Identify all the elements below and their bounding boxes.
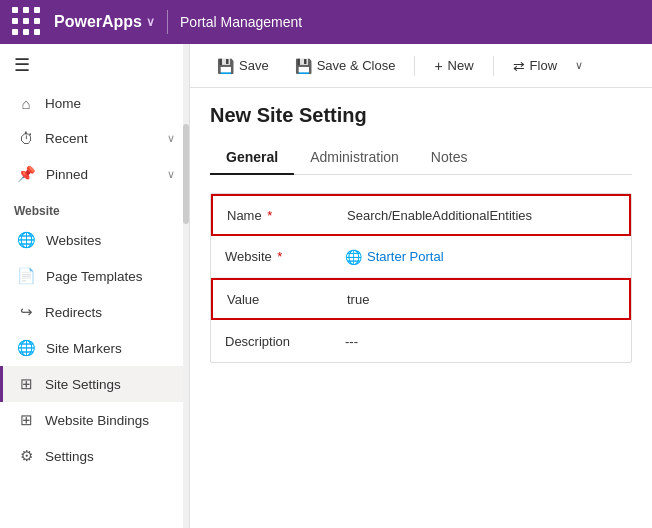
flow-icon: ⇄ bbox=[513, 58, 525, 74]
tab-general[interactable]: General bbox=[210, 141, 294, 175]
field-value-value bbox=[347, 292, 615, 307]
sidebar-item-site-markers[interactable]: 🌐 Site Markers bbox=[0, 330, 189, 366]
field-label-value: Value bbox=[227, 292, 347, 307]
site-settings-icon: ⊞ bbox=[17, 375, 35, 393]
page-content: New Site Setting General Administration … bbox=[190, 88, 652, 528]
form-row-description: Description --- bbox=[211, 320, 631, 362]
required-indicator: * bbox=[267, 208, 272, 223]
cmd-divider-2 bbox=[493, 56, 494, 76]
sidebar-item-label: Settings bbox=[45, 449, 175, 464]
sidebar-section-website: Website bbox=[0, 192, 189, 222]
sidebar-item-label: Page Templates bbox=[46, 269, 175, 284]
pin-icon: 📌 bbox=[17, 165, 36, 183]
sidebar-scrollbar bbox=[183, 44, 189, 528]
recent-icon: ⏱ bbox=[17, 130, 35, 147]
field-value-name bbox=[347, 208, 615, 223]
globe-icon: 🌐 bbox=[345, 249, 362, 265]
sidebar-item-site-settings[interactable]: ⊞ Site Settings bbox=[0, 366, 189, 402]
cmd-divider bbox=[414, 56, 415, 76]
globe-icon: 🌐 bbox=[17, 231, 36, 249]
sidebar-item-page-templates[interactable]: 📄 Page Templates bbox=[0, 258, 189, 294]
sidebar-item-settings[interactable]: ⚙ Settings bbox=[0, 438, 189, 474]
flow-button[interactable]: ⇄ Flow bbox=[502, 52, 568, 80]
form-row-website: Website * 🌐 Starter Portal bbox=[211, 236, 631, 278]
sidebar-item-websites[interactable]: 🌐 Websites bbox=[0, 222, 189, 258]
name-input[interactable] bbox=[347, 208, 615, 223]
field-label-website: Website * bbox=[225, 249, 345, 264]
website-bindings-icon: ⊞ bbox=[17, 411, 35, 429]
settings-icon: ⚙ bbox=[17, 447, 35, 465]
required-indicator: * bbox=[277, 249, 282, 264]
new-button[interactable]: + New bbox=[423, 52, 484, 80]
topbar-divider bbox=[167, 10, 168, 34]
sidebar-item-pinned[interactable]: 📌 Pinned ∨ bbox=[0, 156, 189, 192]
form-section: Name * Website * 🌐 Starter Porta bbox=[210, 193, 632, 363]
field-label-description: Description bbox=[225, 334, 345, 349]
page-title: New Site Setting bbox=[210, 104, 632, 127]
chevron-down-icon: ∨ bbox=[167, 168, 175, 181]
sidebar-item-label: Redirects bbox=[45, 305, 175, 320]
save-button[interactable]: 💾 Save bbox=[206, 52, 280, 80]
value-input[interactable] bbox=[347, 292, 407, 307]
app-chevron-icon[interactable]: ∨ bbox=[146, 15, 155, 29]
save-close-button[interactable]: 💾 Save & Close bbox=[284, 52, 407, 80]
tab-administration[interactable]: Administration bbox=[294, 141, 415, 175]
chevron-down-icon: ∨ bbox=[167, 132, 175, 145]
sidebar-item-website-bindings[interactable]: ⊞ Website Bindings bbox=[0, 402, 189, 438]
sidebar-nav: ⌂ Home ⏱ Recent ∨ 📌 Pinned ∨ Website 🌐 W… bbox=[0, 86, 189, 528]
sidebar-item-label: Websites bbox=[46, 233, 175, 248]
sidebar: ☰ ⌂ Home ⏱ Recent ∨ 📌 Pinned ∨ Website 🌐… bbox=[0, 44, 190, 528]
sidebar-item-redirects[interactable]: ↪ Redirects bbox=[0, 294, 189, 330]
main-layout: ☰ ⌂ Home ⏱ Recent ∨ 📌 Pinned ∨ Website 🌐… bbox=[0, 44, 652, 528]
sidebar-item-label: Pinned bbox=[46, 167, 157, 182]
tab-bar: General Administration Notes bbox=[210, 141, 632, 175]
sidebar-item-label: Recent bbox=[45, 131, 157, 146]
apps-grid-icon[interactable] bbox=[12, 7, 42, 37]
command-bar: 💾 Save 💾 Save & Close + New ⇄ Flow ∨ bbox=[190, 44, 652, 88]
content-area: 💾 Save 💾 Save & Close + New ⇄ Flow ∨ bbox=[190, 44, 652, 528]
sidebar-item-home[interactable]: ⌂ Home bbox=[0, 86, 189, 121]
field-value-description: --- bbox=[345, 334, 617, 349]
app-name[interactable]: PowerApps ∨ bbox=[54, 13, 155, 31]
topbar: PowerApps ∨ Portal Management bbox=[0, 0, 652, 44]
save-icon: 💾 bbox=[217, 58, 234, 74]
page-template-icon: 📄 bbox=[17, 267, 36, 285]
flow-dropdown-button[interactable]: ∨ bbox=[568, 53, 590, 78]
field-label-name: Name * bbox=[227, 208, 347, 223]
save-close-icon: 💾 bbox=[295, 58, 312, 74]
sidebar-item-label: Website Bindings bbox=[45, 413, 175, 428]
site-marker-icon: 🌐 bbox=[17, 339, 36, 357]
tab-notes[interactable]: Notes bbox=[415, 141, 484, 175]
sidebar-scrollbar-thumb bbox=[183, 124, 189, 224]
sidebar-item-recent[interactable]: ⏱ Recent ∨ bbox=[0, 121, 189, 156]
sidebar-item-label: Site Markers bbox=[46, 341, 175, 356]
redirect-icon: ↪ bbox=[17, 303, 35, 321]
sidebar-item-label: Site Settings bbox=[45, 377, 175, 392]
portal-title: Portal Management bbox=[180, 14, 302, 30]
form-row-value: Value bbox=[211, 278, 631, 320]
sidebar-toggle-button[interactable]: ☰ bbox=[0, 44, 189, 86]
sidebar-item-label: Home bbox=[45, 96, 175, 111]
field-value-website[interactable]: 🌐 Starter Portal bbox=[345, 249, 617, 265]
home-icon: ⌂ bbox=[17, 95, 35, 112]
form-row-name: Name * bbox=[211, 194, 631, 236]
add-icon: + bbox=[434, 58, 442, 74]
flow-button-group: ⇄ Flow ∨ bbox=[502, 52, 590, 80]
